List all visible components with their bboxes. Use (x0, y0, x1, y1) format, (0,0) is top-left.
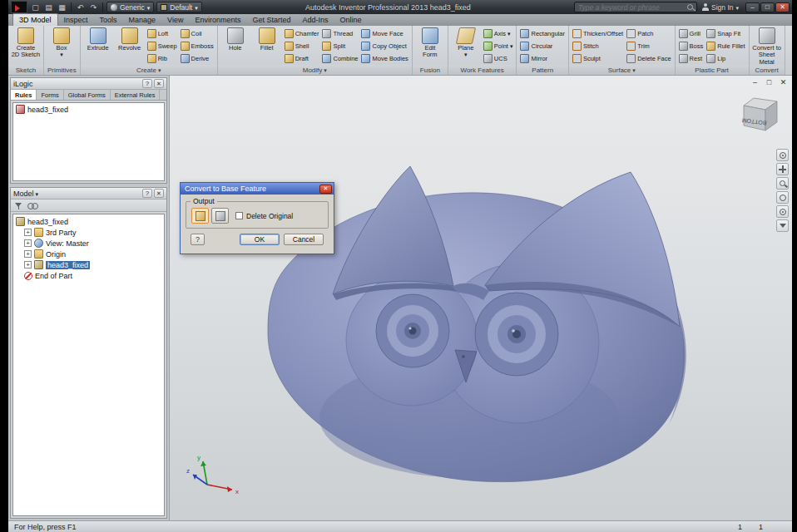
sweep-button[interactable]: Sweep (146, 40, 179, 52)
stitch-button[interactable]: Stitch (571, 40, 625, 52)
expand-icon[interactable] (24, 229, 32, 236)
lip-button[interactable]: Lip (705, 52, 746, 65)
tree-row-root[interactable]: head3_fixed (13, 216, 164, 227)
full-navigation-wheel-icon[interactable] (776, 149, 789, 161)
zoom-icon[interactable] (776, 177, 789, 190)
open-icon[interactable]: ▤ (43, 2, 54, 12)
panel-name-surface[interactable]: Surface (569, 65, 675, 75)
derive-button[interactable]: Derive (179, 52, 215, 65)
close-icon[interactable] (154, 79, 164, 88)
rectangular-pattern-button[interactable]: Rectangular (518, 27, 566, 40)
move-face-button[interactable]: Move Face (359, 27, 409, 40)
tab-online[interactable]: Online (334, 14, 368, 26)
split-button[interactable]: Split (320, 40, 359, 52)
application-menu-button[interactable] (11, 1, 27, 13)
delete-original-checkbox[interactable] (235, 212, 243, 219)
loft-button[interactable]: Loft (146, 27, 179, 40)
maximize-button[interactable] (760, 2, 775, 12)
model-tree[interactable]: head3_fixed 3rd Party View: Master (12, 214, 165, 516)
search-icon[interactable] (687, 4, 693, 10)
tab-inspect[interactable]: Inspect (58, 14, 94, 26)
tab-add-ins[interactable]: Add-Ins (297, 14, 334, 26)
filter-icon[interactable] (15, 202, 22, 209)
coil-button[interactable]: Coil (179, 27, 215, 40)
orbit-icon[interactable] (776, 191, 789, 204)
fillet-button[interactable]: Fillet (251, 27, 283, 65)
tree-row-end-of-part[interactable]: End of Part (13, 270, 164, 281)
tab-manage[interactable]: Manage (123, 14, 162, 26)
doc-minimize-button[interactable]: – (750, 77, 760, 86)
surface-output-button[interactable] (211, 208, 229, 224)
model-title[interactable]: Model (13, 190, 141, 198)
ok-button[interactable]: OK (240, 234, 280, 245)
ilogic-rules-list[interactable]: head3_fixed (12, 102, 165, 181)
save-icon[interactable]: ▦ (57, 2, 67, 12)
hole-button[interactable]: Hole (220, 27, 251, 65)
point-button[interactable]: Point (482, 40, 515, 52)
thicken-offset-button[interactable]: Thicken/Offset (571, 27, 625, 40)
dialog-close-button[interactable] (319, 185, 332, 194)
help-icon[interactable] (142, 189, 152, 198)
ilogic-tab-global-forms[interactable]: Global Forms (64, 90, 111, 100)
extrude-button[interactable]: Extrude (82, 27, 114, 65)
tab-3d-model[interactable]: 3D Model (12, 13, 58, 26)
appearance-select[interactable]: Default (156, 2, 201, 12)
create-2d-sketch-button[interactable]: Create 2D Sketch (10, 27, 42, 65)
expand-icon[interactable] (24, 261, 32, 268)
help-icon[interactable] (142, 79, 152, 88)
trim-button[interactable]: Trim (625, 40, 672, 52)
redo-icon[interactable]: ↷ (88, 2, 99, 12)
thread-button[interactable]: Thread (320, 27, 359, 40)
tab-get-started[interactable]: Get Started (247, 14, 297, 26)
boss-button[interactable]: Boss (677, 40, 705, 52)
dialog-help-button[interactable] (191, 234, 205, 245)
edit-form-button[interactable]: Edit Form (414, 27, 446, 65)
ilogic-tab-forms[interactable]: Forms (37, 90, 63, 100)
material-select[interactable]: Generic (106, 2, 154, 12)
doc-close-button[interactable]: ✕ (778, 77, 789, 86)
copy-object-button[interactable]: Copy Object (359, 40, 409, 52)
panel-name-create[interactable]: Create (81, 65, 217, 75)
plane-button[interactable]: Plane (450, 27, 482, 65)
undo-icon[interactable]: ↶ (75, 2, 86, 12)
sculpt-button[interactable]: Sculpt (571, 52, 625, 65)
list-item[interactable]: head3_fixed (13, 103, 164, 116)
box-button[interactable]: Box (46, 27, 77, 65)
grill-button[interactable]: Grill (677, 27, 705, 40)
close-button[interactable] (775, 2, 790, 12)
mirror-button[interactable]: Mirror (518, 52, 566, 65)
shell-button[interactable]: Shell (283, 40, 321, 52)
axis-button[interactable]: Axis (482, 27, 515, 40)
tree-row-head3-fixed[interactable]: head3_fixed (13, 259, 164, 270)
solid-output-button[interactable] (191, 208, 209, 224)
tab-view[interactable]: View (161, 14, 189, 26)
rule-fillet-button[interactable]: Rule Fillet (705, 40, 746, 52)
ilogic-tab-rules[interactable]: Rules (11, 90, 37, 100)
tab-tools[interactable]: Tools (94, 14, 123, 26)
sign-in-button[interactable]: Sign In (700, 3, 741, 12)
pan-icon[interactable] (776, 163, 789, 175)
look-at-icon[interactable] (776, 205, 789, 218)
draft-button[interactable]: Draft (283, 52, 321, 65)
tab-environments[interactable]: Environments (189, 14, 246, 26)
panel-name-modify[interactable]: Modify (218, 65, 412, 75)
navbar-more-icon[interactable] (776, 219, 789, 232)
tree-row-origin[interactable]: Origin (13, 249, 164, 259)
close-icon[interactable] (154, 189, 164, 198)
search-input[interactable] (578, 3, 685, 12)
view-cube[interactable]: BOTTOM (737, 94, 780, 134)
move-bodies-button[interactable]: Move Bodies (359, 52, 409, 65)
ilogic-tab-external-rules[interactable]: External Rules (111, 90, 161, 100)
combine-button[interactable]: Combine (320, 52, 359, 65)
ucs-button[interactable]: UCS (482, 52, 515, 65)
delete-original-checkline[interactable]: Delete Original (235, 212, 293, 220)
circular-pattern-button[interactable]: Circular (518, 40, 566, 52)
rib-button[interactable]: Rib (146, 52, 179, 65)
delete-face-button[interactable]: Delete Face (625, 52, 672, 65)
rest-button[interactable]: Rest (677, 52, 705, 65)
expand-icon[interactable] (24, 239, 32, 247)
tree-row-3rd-party[interactable]: 3rd Party (13, 227, 164, 238)
convert-to-sheet-metal-button[interactable]: Convert to Sheet Metal (751, 27, 783, 66)
emboss-button[interactable]: Emboss (179, 40, 215, 52)
revolve-button[interactable]: Revolve (114, 27, 146, 65)
